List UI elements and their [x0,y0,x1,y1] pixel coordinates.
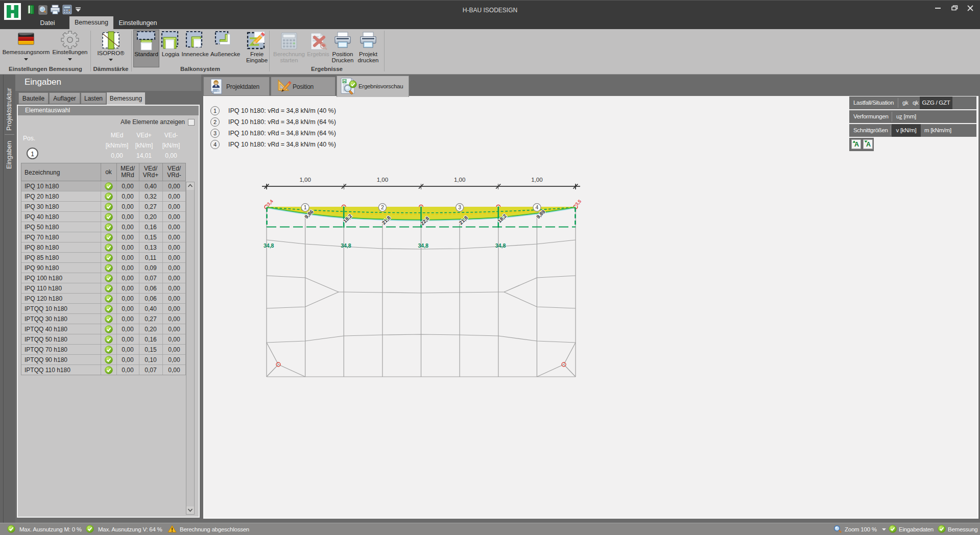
svg-text:3: 3 [458,204,461,210]
svg-text:4: 4 [535,204,538,210]
svg-text:1,00: 1,00 [531,177,542,183]
svg-text:1,00: 1,00 [454,177,465,183]
svg-text:3,5: 3,5 [574,199,582,207]
svg-text:34,8: 34,8 [418,242,429,249]
svg-text:34,8: 34,8 [495,242,506,249]
svg-text:1,00: 1,00 [377,177,388,183]
svg-text:34,8: 34,8 [341,242,351,249]
svg-text:2: 2 [381,204,384,210]
svg-text:H: H [343,80,346,83]
svg-text:1: 1 [304,204,307,210]
svg-text:1,00: 1,00 [299,177,310,183]
svg-text:3,4: 3,4 [266,199,274,207]
svg-text:34,8: 34,8 [264,242,274,249]
